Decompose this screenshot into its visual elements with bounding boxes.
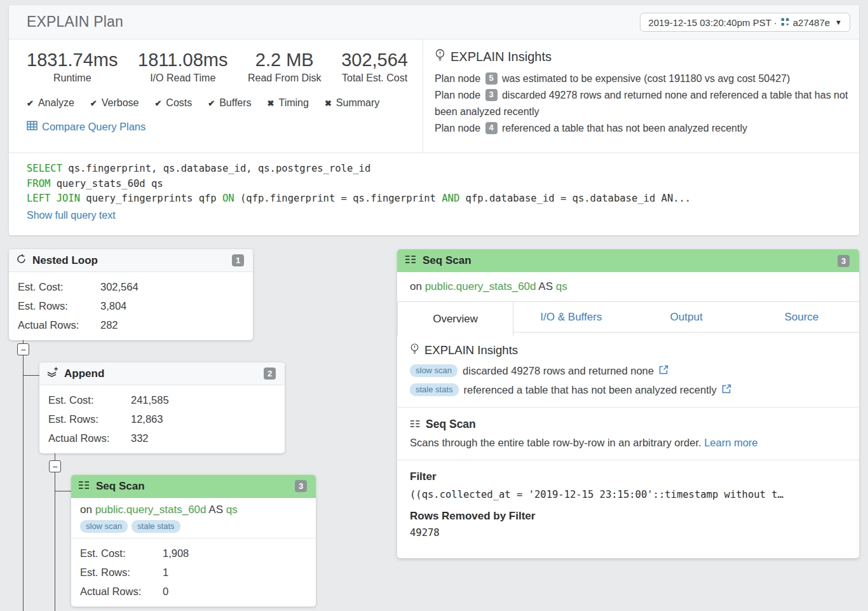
plan-node-badge[interactable]: 4 xyxy=(485,122,498,134)
sql-line: LEFT JOIN query_fingerprints qfp ON (qfp… xyxy=(27,191,841,207)
plan-summary-column: 1831.74ms Runtime 1811.08ms I/O Read Tim… xyxy=(9,39,423,153)
node-stats: Est. Cost:302,564 Est. Rows:3,804 Actual… xyxy=(9,272,253,340)
show-full-query-link[interactable]: Show full query text xyxy=(27,210,116,221)
seq-scan-icon xyxy=(410,418,421,431)
snapshot-icon xyxy=(781,17,789,28)
option-buffers: Buffers xyxy=(208,97,251,109)
detail-node-info-section: Seq Scan Scans through the entire table … xyxy=(397,407,859,460)
check-icon xyxy=(90,99,97,108)
seq-scan-icon xyxy=(405,255,417,266)
option-costs: Costs xyxy=(154,97,192,109)
check-icon xyxy=(27,99,34,108)
rows-removed-title: Rows Removed by Filter xyxy=(410,510,846,523)
check-icon xyxy=(154,99,161,108)
table-link[interactable]: public.query_stats_60d xyxy=(95,504,207,516)
insight-tag-stale-stats: stale stats xyxy=(132,520,180,533)
node-table-info: on public.query_stats_60d AS qs slow sca… xyxy=(71,498,316,539)
table-grid-icon xyxy=(27,121,37,133)
node-number-badge: 3 xyxy=(295,480,307,492)
plan-node-badge[interactable]: 3 xyxy=(485,89,498,101)
learn-more-link[interactable]: Learn more xyxy=(704,437,757,448)
node-title: Nested Loop xyxy=(32,254,98,267)
detail-table-info: on public.query_stats_60d AS qs xyxy=(397,272,859,302)
sql-line: SELECT qs.fingerprint, qs.database_id, q… xyxy=(27,161,841,177)
node-header: Nested Loop 1 xyxy=(9,249,253,272)
filter-title: Filter xyxy=(410,470,846,483)
explain-options-row: Analyze Verbose Costs Buffers Timing Sum… xyxy=(27,97,410,109)
detail-insight-item: stale stats referenced a table that has … xyxy=(410,383,846,396)
node-number-badge: 2 xyxy=(264,367,276,380)
detail-title: Seq Scan xyxy=(423,254,471,267)
page-title: EXPLAIN Plan xyxy=(27,13,123,31)
cross-icon xyxy=(325,99,332,108)
option-timing: Timing xyxy=(268,97,309,109)
collapse-toggle[interactable]: − xyxy=(17,343,29,355)
node-header: Seq Scan 3 xyxy=(71,475,316,498)
plan-node-badge[interactable]: 5 xyxy=(485,72,498,85)
stat-read-from-disk: 2.2 MB Read From Disk xyxy=(248,50,322,84)
detail-insights-section: EXPLAIN Insights slow scan discarded 492… xyxy=(397,333,859,407)
compare-query-plans-link[interactable]: Compare Query Plans xyxy=(42,121,146,133)
node-title: Append xyxy=(64,367,104,380)
node-header: Append 2 xyxy=(39,362,285,385)
insights-column: EXPLAIN Insights Plan node 5 was estimat… xyxy=(423,39,859,153)
detail-tabs: Overview I/O & Buffers Output Source xyxy=(397,302,859,333)
insight-item: Plan node 5 was estimated to be expensiv… xyxy=(435,73,790,84)
plan-node-seq-scan[interactable]: Seq Scan 3 on public.query_stats_60d AS … xyxy=(71,475,316,607)
tree-connector xyxy=(55,472,55,611)
rows-removed-value: 49278 xyxy=(410,527,846,539)
plan-node-append[interactable]: Append 2 Est. Cost:241,585 Est. Rows:12,… xyxy=(39,362,285,453)
tab-source[interactable]: Source xyxy=(744,302,859,333)
tab-output[interactable]: Output xyxy=(629,302,744,333)
card-header: EXPLAIN Plan 2019-12-15 03:20:40pm PST ·… xyxy=(9,5,859,39)
insights-list: Plan node 5 was estimated to be expensiv… xyxy=(435,71,849,137)
check-icon xyxy=(208,99,215,108)
stats-row: 1831.74ms Runtime 1811.08ms I/O Read Tim… xyxy=(27,50,408,84)
insight-tag-stale-stats: stale stats xyxy=(410,383,459,396)
insight-tag-slow-scan: slow scan xyxy=(410,364,458,377)
external-link-icon[interactable] xyxy=(659,365,668,377)
tab-overview[interactable]: Overview xyxy=(397,302,513,336)
stat-total-est-cost: 302,564 Total Est. Cost xyxy=(341,50,408,84)
chevron-down-icon: ▼ xyxy=(835,18,842,26)
seq-scan-icon xyxy=(78,481,90,492)
nested-loop-icon xyxy=(16,254,27,267)
node-title: Seq Scan xyxy=(96,480,145,493)
explain-plan-card: EXPLAIN Plan 2019-12-15 03:20:40pm PST ·… xyxy=(9,5,859,235)
plan-node-nested-loop[interactable]: Nested Loop 1 Est. Cost:302,564 Est. Row… xyxy=(9,249,253,340)
lightbulb-icon xyxy=(435,48,445,65)
collapse-toggle[interactable]: − xyxy=(49,460,61,472)
append-icon xyxy=(46,367,58,380)
node-type-description: Scans through the entire table row-by-ro… xyxy=(410,437,846,449)
filter-expression: ((qs.collected_at = '2019-12-15 23:15:00… xyxy=(410,489,846,500)
node-number-badge: 1 xyxy=(232,254,244,266)
option-verbose: Verbose xyxy=(90,97,139,109)
query-text-section: SELECT qs.fingerprint, qs.database_id, q… xyxy=(9,153,859,221)
tree-connector xyxy=(55,491,71,491)
snapshot-selector-button[interactable]: 2019-12-15 03:20:40pm PST · a27487e ▼ xyxy=(640,13,850,32)
stat-runtime: 1831.74ms Runtime xyxy=(27,50,118,84)
table-link[interactable]: public.query_stats_60d xyxy=(425,280,536,292)
detail-insight-item: slow scan discarded 49278 rows and retur… xyxy=(410,364,846,377)
node-number-badge: 3 xyxy=(837,255,850,267)
snapshot-timestamp: 2019-12-15 03:20:40pm PST · xyxy=(648,17,776,28)
option-analyze: Analyze xyxy=(27,97,74,109)
sql-line: FROM query_stats_60d qs xyxy=(27,177,841,192)
node-detail-panel: Seq Scan 3 on public.query_stats_60d AS … xyxy=(397,249,859,558)
tree-connector xyxy=(24,375,39,376)
insights-title: EXPLAIN Insights xyxy=(451,50,552,64)
alias-link[interactable]: qs xyxy=(226,504,238,516)
alias-link[interactable]: qs xyxy=(556,280,567,292)
node-stats: Est. Cost:1,908 Est. Rows:1 Actual Rows:… xyxy=(71,539,316,607)
insight-item: Plan node 3 discarded 49278 rows and ret… xyxy=(435,90,848,117)
detail-header: Seq Scan 3 xyxy=(397,249,859,272)
option-summary: Summary xyxy=(325,97,379,109)
detail-filter-section: Filter ((qs.collected_at = '2019-12-15 2… xyxy=(397,460,859,549)
external-link-icon[interactable] xyxy=(722,384,731,396)
node-type-title: Seq Scan xyxy=(426,418,476,431)
tree-connector xyxy=(23,355,24,611)
snapshot-commit: a27487e xyxy=(793,17,830,28)
tab-io-buffers[interactable]: I/O & Buffers xyxy=(513,302,628,333)
detail-insights-title: EXPLAIN Insights xyxy=(424,343,518,357)
insight-tag-slow-scan: slow scan xyxy=(80,520,128,533)
